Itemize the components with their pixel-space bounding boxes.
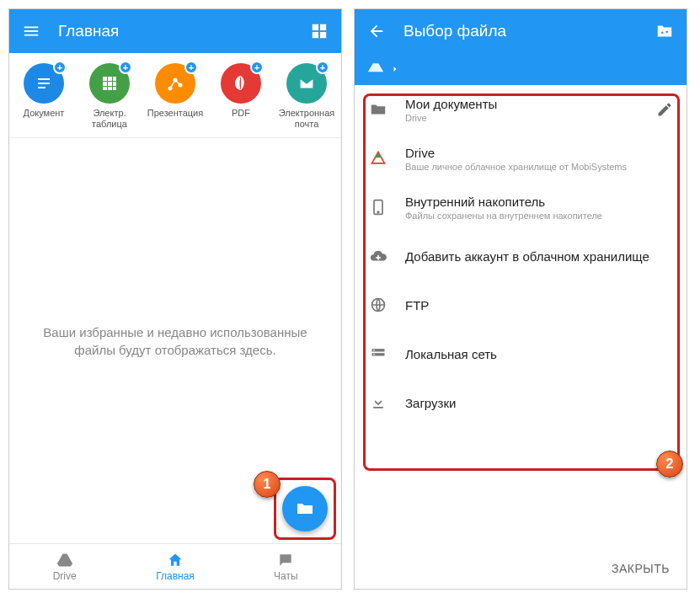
appbar-title: Главная: [58, 22, 292, 40]
svg-rect-10: [103, 82, 107, 86]
location-lan[interactable]: Локальная сеть: [355, 329, 687, 378]
svg-rect-4: [38, 78, 50, 80]
lan-icon: [368, 345, 388, 362]
appbar-title: Выбор файла: [403, 22, 638, 40]
svg-rect-2: [313, 32, 318, 38]
dialog-actions: ЗАКРЫТЬ: [355, 548, 687, 589]
svg-rect-5: [38, 83, 50, 84]
close-button[interactable]: ЗАКРЫТЬ: [612, 562, 670, 575]
nav-home[interactable]: Главная: [120, 544, 230, 589]
empty-state: Ваши избранные и недавно использованные …: [9, 138, 341, 543]
svg-rect-6: [38, 87, 45, 88]
plus-icon: +: [184, 61, 198, 74]
tutorial-marker: 1: [254, 471, 281, 498]
svg-rect-14: [108, 87, 112, 90]
location-subtitle: Drive: [405, 113, 639, 123]
quick-create-row: + Документ + Электр. таблица +: [9, 53, 341, 138]
menu-icon[interactable]: [21, 21, 41, 41]
plus-icon: +: [316, 61, 329, 74]
bottom-nav: Drive Главная Чаты: [9, 543, 341, 589]
globe-icon: [368, 296, 388, 313]
svg-rect-9: [113, 77, 116, 81]
quick-label: Электр. таблица: [77, 108, 142, 129]
screen-file-picker: Выбор файла Мои документы Drive: [354, 8, 687, 590]
location-title: Добавить аккаунт в облачном хранилище: [405, 249, 673, 264]
empty-state-text: Ваши избранные и недавно использованные …: [28, 323, 323, 359]
view-grid-icon[interactable]: [309, 21, 329, 41]
nav-drive[interactable]: Drive: [9, 544, 120, 589]
location-my-documents[interactable]: Мои документы Drive: [355, 85, 687, 134]
svg-rect-7: [103, 77, 107, 81]
chevron-right-icon: [390, 64, 400, 74]
nav-label: Drive: [53, 570, 77, 582]
location-title: Drive: [405, 146, 673, 160]
location-list: Мои документы Drive Drive Ваше личное об…: [355, 85, 687, 427]
svg-rect-0: [313, 24, 318, 30]
nav-chats[interactable]: Чаты: [231, 544, 341, 589]
drive-root-icon[interactable]: [366, 61, 385, 77]
quick-pdf[interactable]: + PDF: [209, 63, 273, 129]
quick-presentation[interactable]: + Презентация: [143, 63, 207, 129]
folder-icon: [295, 499, 315, 519]
quick-label: Презентация: [147, 108, 203, 119]
folder-icon: [368, 100, 388, 119]
location-title: Внутренний накопитель: [405, 195, 673, 209]
location-title: Локальная сеть: [405, 347, 673, 361]
svg-rect-3: [320, 32, 326, 38]
svg-point-25: [373, 354, 375, 355]
tutorial-marker: 2: [656, 451, 683, 478]
plus-icon: +: [250, 61, 264, 74]
svg-point-20: [377, 211, 379, 213]
location-title: Мои документы: [405, 97, 639, 111]
appbar-home: Главная: [9, 9, 341, 53]
quick-spreadsheet[interactable]: + Электр. таблица: [77, 63, 142, 129]
location-internal-storage[interactable]: Внутренний накопитель Файлы сохранены на…: [355, 183, 687, 232]
phone-icon: [368, 198, 388, 216]
quick-document[interactable]: + Документ: [12, 63, 76, 129]
screen-home: Главная + Документ +: [8, 8, 342, 590]
fab-browse[interactable]: [282, 486, 328, 531]
back-icon[interactable]: [366, 21, 387, 41]
svg-rect-15: [113, 87, 116, 90]
breadcrumb-bar: [355, 53, 687, 85]
location-drive[interactable]: Drive Ваше личное облачное хранилище от …: [355, 134, 687, 183]
quick-label: Документ: [24, 108, 65, 119]
appbar-picker: Выбор файла: [355, 9, 687, 53]
svg-rect-8: [108, 77, 112, 81]
svg-rect-11: [108, 82, 112, 86]
svg-rect-13: [103, 87, 107, 90]
quick-label: PDF: [232, 108, 250, 119]
nav-label: Чаты: [274, 570, 298, 582]
location-subtitle: Ваше личное облачное хранилище от MobiSy…: [405, 162, 673, 172]
location-downloads[interactable]: Загрузки: [355, 378, 687, 427]
svg-point-24: [373, 350, 375, 351]
file-commander-icon[interactable]: [655, 21, 675, 41]
cloud-add-icon: [368, 247, 388, 265]
location-subtitle: Файлы сохранены на внутреннем накопителе: [405, 211, 673, 221]
download-icon: [368, 394, 388, 411]
plus-icon: +: [53, 61, 67, 74]
quick-email[interactable]: + Электронная почта: [275, 63, 339, 129]
svg-rect-12: [113, 82, 116, 86]
location-title: Загрузки: [405, 396, 673, 410]
plus-icon: +: [119, 61, 132, 74]
location-add-cloud[interactable]: Добавить аккаунт в облачном хранилище: [355, 232, 687, 280]
nav-label: Главная: [156, 570, 195, 582]
location-title: FTP: [405, 298, 673, 312]
svg-rect-1: [320, 24, 326, 30]
edit-icon[interactable]: [656, 101, 673, 118]
quick-label: Электронная почта: [275, 108, 339, 129]
location-ftp[interactable]: FTP: [355, 280, 687, 329]
drive-icon: [368, 150, 388, 167]
